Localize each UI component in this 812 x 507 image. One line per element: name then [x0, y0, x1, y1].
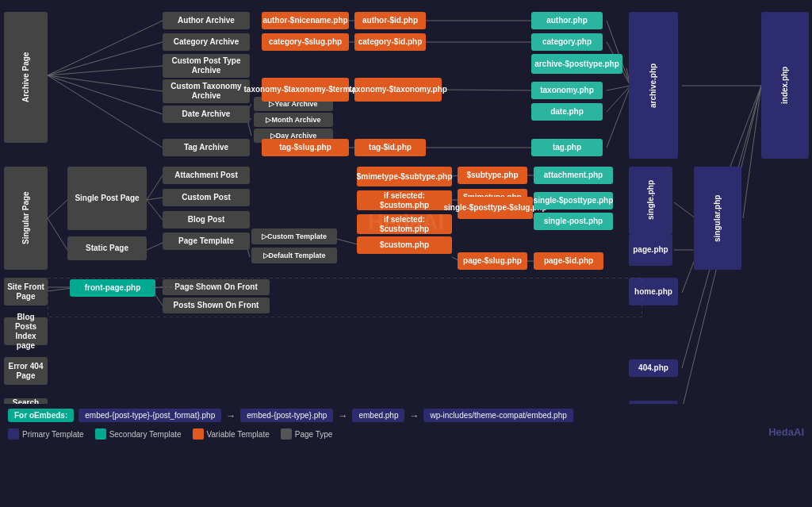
page-id-node: page-$id.php	[534, 252, 603, 270]
legend-row: Primary Template Secondary Template Vari…	[8, 428, 804, 440]
taxonomy-taxonomy-node: taxonomy-$taxonomy.php	[354, 78, 442, 102]
category-php-node: category.php	[531, 33, 603, 51]
legend-variable-color	[193, 428, 204, 440]
embed-node-3: embed.php	[352, 409, 404, 422]
single-posttype-slug-node: single-$posttype-$slug.php	[458, 197, 533, 219]
front-page-php-node: front-page.php	[70, 279, 155, 297]
custom-if-selected-1-node: if selected: $custom.php	[357, 190, 452, 210]
footer: For oEmbeds: embed-{post-type}-{post_for…	[0, 404, 812, 444]
custom-if-selected-2-node: if selected: $custom.php	[357, 214, 452, 234]
svg-line-4	[48, 75, 163, 114]
default-template-node: ▷ Default Template	[251, 248, 337, 263]
svg-line-34	[674, 202, 695, 218]
embeds-label: For oEmbeds:	[8, 409, 74, 422]
embed-arrow-3: →	[409, 410, 419, 421]
legend-page-type: Page Type	[281, 428, 333, 440]
embed-node-1: embed-{post-type}-{post_format}.php	[79, 409, 221, 422]
error-404-page-label: Error 404 Page	[4, 357, 48, 385]
index-php-node: index.php	[761, 12, 809, 159]
legend-primary-color	[8, 428, 19, 440]
single-php-node: single.php	[629, 167, 672, 234]
page-php-node: page.php	[629, 234, 672, 266]
tag-id-node: tag-$id.php	[354, 139, 426, 156]
archive-php-node: archive.php	[629, 12, 678, 159]
svg-line-0	[48, 21, 163, 75]
svg-line-5	[48, 75, 163, 148]
svg-line-35	[147, 243, 163, 250]
svg-line-26	[147, 175, 163, 200]
page-template-node: Page Template	[163, 232, 250, 250]
svg-line-20	[607, 86, 630, 90]
svg-line-21	[607, 86, 630, 112]
legend-secondary-color	[95, 428, 106, 440]
svg-line-28	[147, 200, 163, 220]
svg-line-25	[48, 218, 67, 250]
taxonomy-term-node: taxonomy-$taxonomy-$term.php	[262, 78, 349, 102]
category-slug-node: category-$slug.php	[262, 33, 349, 51]
svg-line-43	[48, 288, 71, 291]
posts-shown-on-front-node: Posts Shown On Front	[163, 298, 270, 313]
archive-posttype-node: archive-$posttype.php	[531, 54, 622, 74]
blog-post-node: Blog Post	[163, 211, 250, 229]
author-php-node: author.php	[531, 12, 603, 29]
attachment-php-node: attachment.php	[534, 167, 613, 184]
date-php-node: date.php	[531, 103, 603, 121]
site-front-page-label: Site Front Page	[4, 278, 48, 305]
static-page-node: Static Page	[67, 236, 147, 260]
svg-line-1	[48, 42, 163, 75]
page-slug-node: page-$slug.php	[458, 252, 527, 270]
page-shown-on-front-node: Page Shown On Front	[163, 279, 270, 295]
embed-arrow-1: →	[226, 410, 236, 421]
author-id-node: author-$id.php	[354, 12, 426, 29]
author-archive-node: Author Archive	[163, 12, 250, 29]
embed-node-2: embed-{post-type}.php	[240, 409, 333, 422]
custom-template-node: ▷ Custom Template	[251, 229, 337, 244]
single-post-php-node: single-post.php	[534, 213, 613, 230]
main-container: Archive Page Author Archive Category Arc…	[0, 0, 812, 444]
legend-variable: Variable Template	[193, 428, 270, 440]
svg-line-42	[743, 86, 761, 218]
month-archive-node: ▷ Month Archive	[254, 113, 333, 127]
home-php-node: home.php	[629, 278, 678, 305]
mimetype-subtype-node: $mimetype-$subtype.php	[357, 167, 452, 186]
legend-page-type-color	[281, 428, 292, 440]
embed-arrow-2: →	[338, 410, 347, 421]
svg-line-17	[607, 21, 630, 86]
custom-post-type-archive-node: Custom Post Type Archive	[163, 54, 250, 78]
svg-line-24	[48, 200, 67, 218]
custom-php-node: $custom.php	[357, 236, 452, 254]
svg-line-27	[147, 198, 163, 200]
archive-page-label: Archive Page	[4, 12, 48, 143]
singular-php-node: singular.php	[694, 167, 741, 270]
taxonomy-php-node: taxonomy.php	[531, 82, 603, 99]
svg-line-22	[607, 86, 630, 148]
date-archive-node: Date Archive	[163, 106, 250, 123]
svg-line-2	[48, 66, 163, 75]
tag-php-node: tag.php	[531, 139, 603, 156]
legend-primary: Primary Template	[8, 428, 84, 440]
brand-label: HedaAI	[768, 426, 804, 438]
custom-post-node: Custom Post	[163, 189, 250, 206]
single-posttype-node: single-$posttype.php	[534, 192, 613, 209]
author-nicename-node: author-$nicename.php	[262, 12, 349, 29]
tag-slug-node: tag-$slug.php	[262, 139, 349, 156]
single-post-page-node: Single Post Page	[67, 167, 147, 230]
subtype-node: $subtype.php	[458, 167, 527, 184]
embed-node-4: wp-includes/theme-compat/embed.php	[423, 409, 573, 422]
singular-page-label: Singular Page	[4, 167, 48, 270]
embeds-row: For oEmbeds: embed-{post-type}-{post_for…	[8, 409, 804, 422]
legend-secondary: Secondary Template	[95, 428, 182, 440]
category-archive-node: Category Archive	[163, 33, 250, 51]
category-id-node: category-$id.php	[354, 33, 426, 51]
404-php-node: 404.php	[629, 359, 678, 377]
custom-taxonomy-archive-node: Custom Taxonomy Archive	[163, 79, 250, 103]
blog-posts-index-label: Blog Posts Index page	[4, 317, 48, 345]
svg-line-3	[48, 75, 163, 91]
tag-archive-node: Tag Archive	[163, 139, 250, 156]
attachment-post-node: Attachment Post	[163, 167, 250, 184]
svg-line-14	[442, 90, 535, 90]
